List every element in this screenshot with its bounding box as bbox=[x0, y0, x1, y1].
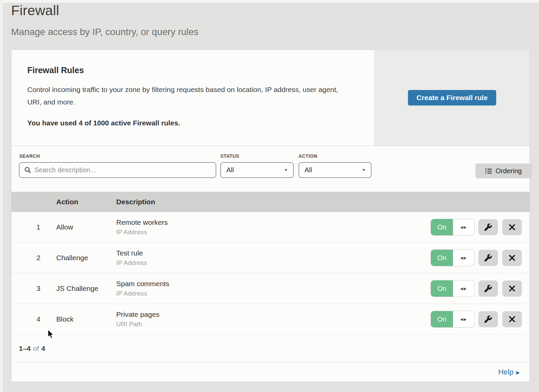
help-arrow-icon: ▶ bbox=[516, 370, 520, 375]
close-icon bbox=[509, 316, 515, 323]
create-rule-panel: Create a Firewall rule bbox=[374, 50, 530, 146]
rule-description-title: Remote workers bbox=[116, 218, 168, 227]
rules-title: Firewall Rules bbox=[27, 65, 361, 75]
rule-description-title: Spam comments bbox=[116, 280, 169, 288]
table-row: 1 Allow Remote workers IP Address On ◀▶ bbox=[11, 212, 530, 243]
top-edge-strip bbox=[0, 0, 539, 3]
rule-enabled-toggle[interactable]: On ◀▶ bbox=[431, 219, 474, 235]
rule-match-type: IP Address bbox=[116, 290, 169, 297]
rules-list: 1 Allow Remote workers IP Address On ◀▶ bbox=[11, 212, 530, 335]
rule-match-type: URI Path bbox=[116, 321, 159, 328]
page-head: Firewall Manage access by IP, country, o… bbox=[11, 3, 198, 37]
pagination-range: 1–4 bbox=[19, 344, 31, 353]
status-select[interactable]: All ▼ bbox=[220, 162, 294, 178]
rule-enabled-toggle[interactable]: On ◀▶ bbox=[431, 280, 474, 297]
rule-priority: 2 bbox=[31, 254, 46, 262]
close-icon bbox=[509, 254, 515, 261]
toggle-arrows-icon[interactable]: ◀▶ bbox=[453, 219, 474, 235]
wrench-icon bbox=[484, 285, 492, 292]
toggle-arrows-icon[interactable]: ◀▶ bbox=[453, 280, 474, 297]
pagination-total: 4 bbox=[41, 344, 45, 353]
left-edge-strip bbox=[0, 0, 3, 392]
toggle-on-label[interactable]: On bbox=[431, 250, 453, 266]
close-icon bbox=[509, 224, 515, 231]
table-header: Action Description bbox=[11, 192, 530, 212]
action-select-value: All bbox=[305, 166, 312, 174]
rule-description: Test rule IP Address bbox=[116, 249, 147, 267]
table-row: 4 Block Private pages URI Path On ◀▶ bbox=[11, 304, 530, 335]
help-link[interactable]: Help ▶ bbox=[498, 368, 520, 376]
rule-description-title: Private pages bbox=[116, 310, 159, 319]
rule-match-type: IP Address bbox=[116, 259, 147, 267]
column-header-description: Description bbox=[116, 198, 155, 206]
firewall-rules-info: Firewall Rules Control incoming traffic … bbox=[11, 50, 374, 146]
wrench-icon bbox=[484, 254, 492, 262]
pagination: 1–4 of 4 bbox=[11, 335, 530, 362]
search-input[interactable] bbox=[34, 166, 212, 174]
column-header-action: Action bbox=[56, 198, 78, 206]
rules-table-card: SEARCH STATUS All ▼ ACTION All ▼ bbox=[11, 146, 530, 382]
toggle-arrows-icon[interactable]: ◀▶ bbox=[453, 311, 474, 327]
rules-usage-count: You have used 4 of 1000 active Firewall … bbox=[27, 119, 361, 127]
ordering-list-icon bbox=[485, 168, 492, 174]
status-select-value: All bbox=[226, 166, 234, 174]
wrench-icon bbox=[484, 223, 492, 231]
card-footer: Help ▶ bbox=[11, 362, 530, 382]
rule-priority: 4 bbox=[31, 315, 46, 323]
rule-action: Block bbox=[56, 315, 73, 323]
pagination-of: of bbox=[33, 344, 39, 353]
rule-description: Spam comments IP Address bbox=[116, 280, 169, 297]
delete-rule-button[interactable] bbox=[502, 280, 522, 297]
firewall-page: Firewall Manage access by IP, country, o… bbox=[0, 0, 539, 392]
action-select[interactable]: All ▼ bbox=[298, 162, 372, 178]
rule-match-type: IP Address bbox=[116, 229, 168, 236]
ordering-button[interactable]: Ordering bbox=[475, 163, 532, 178]
rule-priority: 3 bbox=[31, 284, 46, 293]
ordering-button-label: Ordering bbox=[496, 167, 522, 175]
action-label: ACTION bbox=[298, 153, 317, 159]
edit-rule-button[interactable] bbox=[478, 280, 498, 297]
rule-enabled-toggle[interactable]: On ◀▶ bbox=[431, 311, 474, 327]
delete-rule-button[interactable] bbox=[502, 250, 522, 266]
rule-description: Private pages URI Path bbox=[116, 310, 159, 328]
rule-action: Challenge bbox=[56, 254, 88, 262]
firewall-rules-card: Firewall Rules Control incoming traffic … bbox=[11, 50, 530, 146]
toggle-on-label[interactable]: On bbox=[431, 219, 453, 235]
create-firewall-rule-button[interactable]: Create a Firewall rule bbox=[408, 90, 496, 105]
rule-priority: 1 bbox=[31, 223, 46, 231]
rule-description-title: Test rule bbox=[116, 249, 147, 257]
status-label: STATUS bbox=[220, 153, 239, 159]
close-icon bbox=[509, 285, 515, 292]
edit-rule-button[interactable] bbox=[478, 250, 498, 266]
page-title: Firewall bbox=[11, 3, 198, 19]
rule-enabled-toggle[interactable]: On ◀▶ bbox=[431, 250, 474, 266]
wrench-icon bbox=[484, 315, 492, 323]
delete-rule-button[interactable] bbox=[502, 219, 522, 235]
page-subtitle: Manage access by IP, country, or query r… bbox=[11, 27, 198, 37]
toggle-arrows-icon[interactable]: ◀▶ bbox=[453, 250, 474, 266]
rule-description: Remote workers IP Address bbox=[116, 218, 168, 236]
toggle-on-label[interactable]: On bbox=[431, 280, 453, 297]
rules-description: Control incoming traffic to your zone by… bbox=[27, 83, 351, 108]
table-row: 2 Challenge Test rule IP Address On ◀▶ bbox=[11, 243, 530, 273]
table-row: 3 JS Challenge Spam comments IP Address … bbox=[11, 273, 530, 304]
toggle-on-label[interactable]: On bbox=[431, 311, 453, 327]
edit-rule-button[interactable] bbox=[478, 311, 498, 327]
search-icon bbox=[24, 167, 31, 174]
search-label: SEARCH bbox=[19, 153, 40, 159]
rule-action: Allow bbox=[56, 223, 73, 231]
help-link-label: Help bbox=[498, 368, 513, 376]
delete-rule-button[interactable] bbox=[502, 311, 522, 327]
search-box[interactable] bbox=[19, 162, 216, 178]
chevron-down-icon: ▼ bbox=[361, 168, 366, 172]
rule-action: JS Challenge bbox=[56, 284, 98, 293]
edit-rule-button[interactable] bbox=[478, 219, 498, 235]
chevron-down-icon: ▼ bbox=[284, 168, 288, 172]
